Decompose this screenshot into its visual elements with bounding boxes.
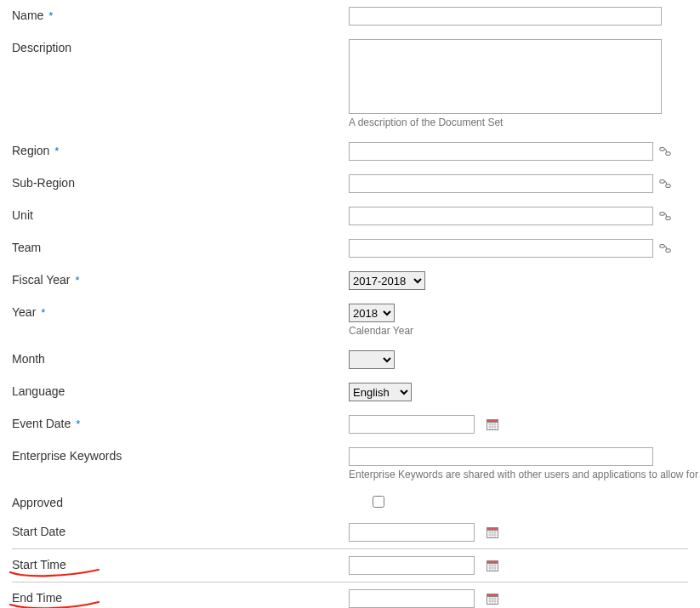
label-subregion: Sub-Region: [12, 176, 75, 190]
label-event-date: Event Date: [12, 417, 71, 430]
label-unit: Unit: [12, 208, 33, 222]
start-time-input[interactable]: [349, 556, 475, 575]
label-region: Region: [12, 144, 49, 157]
row-fiscal-year: Fiscal Year * 2017-2018: [0, 264, 700, 297]
label-start-time: Start Time: [12, 558, 66, 571]
description-textarea[interactable]: [349, 39, 662, 114]
language-select[interactable]: English: [349, 383, 412, 401]
required-marker: *: [54, 145, 59, 157]
row-start-date: Start Date: [0, 516, 700, 548]
event-date-input[interactable]: [349, 415, 475, 434]
month-select[interactable]: [349, 350, 395, 369]
calendar-icon[interactable]: [485, 525, 500, 540]
approved-checkbox[interactable]: [373, 496, 384, 508]
year-select[interactable]: 2018: [349, 304, 395, 322]
description-helper: A description of the Document Set: [349, 116, 503, 128]
region-input[interactable]: [349, 142, 653, 161]
name-input[interactable]: [349, 7, 662, 26]
row-enterprise-keywords: Enterprise Keywords Enterprise Keywords …: [0, 440, 700, 487]
svg-rect-2: [660, 180, 664, 184]
tag-browse-icon[interactable]: [658, 177, 672, 190]
required-marker: *: [41, 306, 45, 319]
row-approved: Approved: [0, 487, 700, 516]
calendar-icon[interactable]: [485, 417, 500, 432]
calendar-icon[interactable]: [485, 591, 500, 606]
svg-rect-4: [660, 213, 664, 216]
row-event-date: Event Date *: [0, 408, 700, 440]
tag-browse-icon[interactable]: [658, 145, 672, 158]
label-end-time: End Time: [12, 591, 62, 605]
label-team: Team: [12, 241, 41, 254]
row-end-time: End Time: [0, 582, 700, 608]
fiscal-year-select[interactable]: 2017-2018: [349, 271, 425, 290]
label-approved: Approved: [12, 496, 63, 509]
svg-rect-0: [660, 148, 664, 151]
row-month: Month: [0, 344, 700, 376]
svg-rect-5: [666, 217, 670, 220]
label-year: Year: [12, 305, 36, 319]
label-enterprise-keywords: Enterprise Keywords: [12, 449, 122, 463]
row-name: Name *: [0, 0, 700, 32]
row-year: Year * 2018 Calendar Year: [0, 297, 700, 344]
required-marker: *: [75, 274, 79, 287]
svg-rect-30: [487, 594, 498, 597]
required-marker: *: [76, 418, 80, 430]
required-marker: *: [48, 9, 53, 22]
calendar-icon[interactable]: [485, 558, 500, 573]
end-time-input[interactable]: [349, 589, 475, 608]
enterprise-keywords-helper: Enterprise Keywords are shared with othe…: [349, 469, 700, 480]
svg-rect-6: [660, 245, 664, 248]
row-subregion: Sub-Region: [0, 168, 700, 200]
svg-rect-1: [666, 152, 670, 156]
row-region: Region *: [0, 135, 700, 168]
tag-browse-icon[interactable]: [658, 241, 672, 255]
row-description: Description A description of the Documen…: [0, 32, 700, 135]
form-container: Name * Description A description of the …: [0, 0, 700, 608]
subregion-input[interactable]: [349, 174, 653, 193]
row-unit: Unit: [0, 200, 700, 232]
row-language: Language English: [0, 376, 700, 408]
tag-browse-icon[interactable]: [658, 209, 672, 223]
label-month: Month: [12, 352, 45, 366]
year-helper: Calendar Year: [349, 325, 413, 337]
svg-rect-16: [487, 528, 498, 531]
row-start-time: Start Time: [0, 549, 700, 582]
label-fiscal-year: Fiscal Year: [12, 273, 70, 287]
label-start-date: Start Date: [12, 525, 65, 538]
team-input[interactable]: [349, 239, 653, 258]
label-language: Language: [12, 384, 65, 398]
label-description: Description: [12, 41, 71, 54]
start-date-input[interactable]: [349, 523, 475, 542]
row-team: Team: [0, 232, 700, 264]
svg-rect-3: [666, 185, 670, 188]
svg-rect-9: [487, 420, 498, 423]
svg-rect-23: [487, 561, 498, 564]
label-name: Name: [12, 9, 43, 22]
svg-rect-7: [666, 249, 670, 253]
enterprise-keywords-input[interactable]: [349, 447, 653, 466]
unit-input[interactable]: [349, 207, 653, 225]
